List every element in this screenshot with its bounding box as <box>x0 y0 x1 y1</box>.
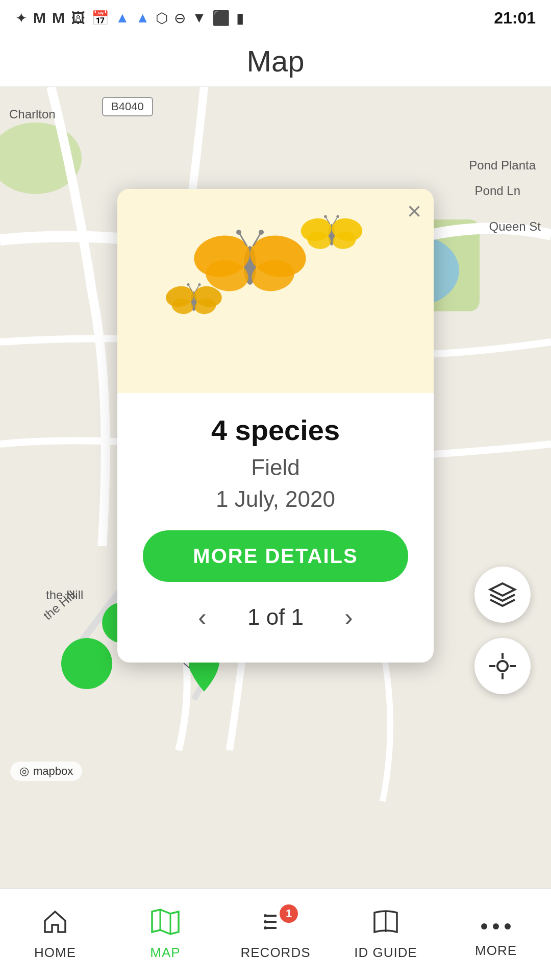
place-label-charlton: Charlton <box>9 107 56 121</box>
svg-point-28 <box>336 215 339 218</box>
gmail-icon2: M <box>52 9 65 27</box>
records-label: RECORDS <box>240 945 310 961</box>
svg-point-6 <box>497 661 508 671</box>
more-icon <box>480 911 512 939</box>
location-text: Field <box>143 455 408 480</box>
prev-button[interactable]: ‹ <box>188 597 217 637</box>
close-button[interactable]: × <box>407 199 421 224</box>
pond-lane-label: Pond Ln <box>475 184 520 198</box>
layers-button[interactable] <box>474 567 531 623</box>
mapbox-logo-icon: ◎ <box>19 765 29 778</box>
calendar-icon: 📅 <box>91 10 109 27</box>
signal-icon: ⬛ <box>212 10 230 27</box>
drive-icon2: ▲ <box>136 10 150 26</box>
svg-point-19 <box>259 230 264 235</box>
svg-point-35 <box>187 283 190 286</box>
date-text: 1 July, 2020 <box>143 486 408 512</box>
records-badge-container: 1 <box>262 909 289 941</box>
svg-point-49 <box>505 923 511 929</box>
battery-icon: ▮ <box>236 10 244 27</box>
mapbox-text: mapbox <box>33 765 73 778</box>
minus-icon: ⊖ <box>174 10 186 27</box>
nav-item-home[interactable]: HOME <box>0 889 110 980</box>
popup-body: 4 species Field 1 July, 2020 MORE DETAIL… <box>117 393 434 663</box>
svg-marker-5 <box>490 583 515 596</box>
bluetooth-icon: ⬡ <box>156 10 168 27</box>
status-icons: ✦ M M 🖼 📅 ▲ ▲ ⬡ ⊖ ▼ ⬛ ▮ <box>15 9 244 27</box>
home-icon <box>42 909 68 941</box>
popup-image-area: × <box>117 189 434 393</box>
species-popup: × <box>117 189 434 663</box>
gmail-icon1: M <box>33 9 46 27</box>
status-bar: ✦ M M 🖼 📅 ▲ ▲ ⬡ ⊖ ▼ ⬛ ▮ 21:01 <box>0 0 551 36</box>
svg-point-17 <box>236 230 241 235</box>
nav-item-records[interactable]: 1 RECORDS <box>220 889 331 980</box>
id-guide-label: ID GUIDE <box>354 945 417 961</box>
wifi-icon: ▼ <box>192 10 206 26</box>
status-time: 21:01 <box>494 9 536 28</box>
id-guide-icon <box>372 909 399 941</box>
location-button[interactable] <box>474 638 531 694</box>
svg-point-47 <box>481 923 487 929</box>
butterfly-illustration <box>143 204 408 378</box>
svg-point-45 <box>264 926 267 929</box>
svg-point-48 <box>493 923 499 929</box>
home-label: HOME <box>34 945 76 961</box>
map-marker-4[interactable] <box>61 638 112 689</box>
svg-point-37 <box>198 283 201 286</box>
queen-st-label: Queen St <box>489 219 541 234</box>
touch-icon: ✦ <box>15 10 27 27</box>
more-details-button[interactable]: MORE DETAILS <box>143 530 408 582</box>
map-view[interactable]: Charlton B4040 Pond Planta Pond Ln Queen… <box>0 87 551 888</box>
next-button[interactable]: › <box>334 597 363 637</box>
page-title: Map <box>247 44 305 78</box>
svg-point-44 <box>264 920 267 923</box>
map-icon <box>151 909 180 941</box>
pagination-nav: ‹ 1 of 1 › <box>143 597 408 642</box>
svg-point-43 <box>264 914 267 917</box>
drive-icon1: ▲ <box>115 10 130 26</box>
more-label: MORE <box>475 943 517 959</box>
species-count: 4 species <box>143 413 408 447</box>
records-badge: 1 <box>280 904 298 923</box>
pagination-text: 1 of 1 <box>247 604 304 630</box>
svg-point-26 <box>324 215 327 218</box>
page-header: Map <box>0 36 551 87</box>
nav-item-map[interactable]: MAP <box>110 889 220 980</box>
map-label: MAP <box>150 945 180 961</box>
bottom-navigation: HOME MAP 1 <box>0 888 551 980</box>
pond-label: Pond Planta <box>469 158 536 173</box>
nav-item-id-guide[interactable]: ID GUIDE <box>331 889 441 980</box>
photos-icon: 🖼 <box>71 10 85 27</box>
road-label-b4040: B4040 <box>102 97 153 116</box>
mapbox-attribution: ◎ mapbox <box>10 762 82 781</box>
nav-item-more[interactable]: MORE <box>441 889 551 980</box>
